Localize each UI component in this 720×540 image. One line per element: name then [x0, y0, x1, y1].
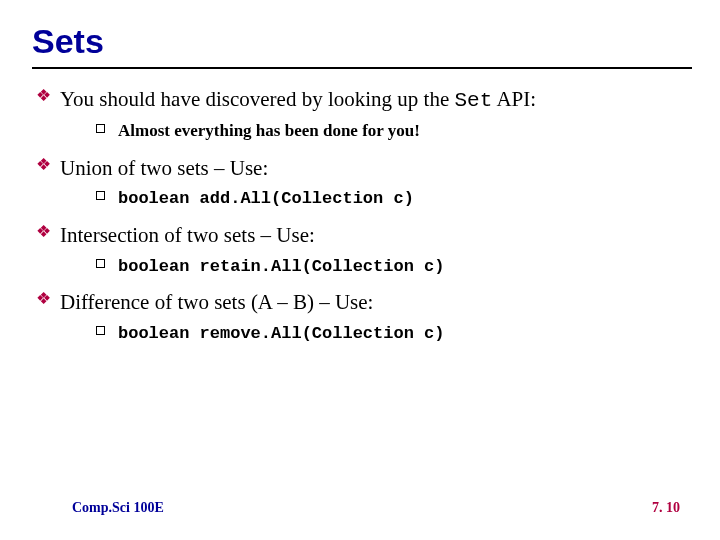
footer-left: Comp.Sci 100E: [72, 500, 164, 516]
sub-text-code: boolean add.All(Collection c): [118, 189, 414, 208]
sub-item: boolean remove.All(Collection c): [96, 321, 688, 346]
slide: Sets You should have discovered by looki…: [0, 0, 720, 540]
sub-list: Almost everything has been done for you!: [60, 119, 688, 144]
bullet-text-pre: Union of two sets – Use:: [60, 156, 268, 180]
sub-text-code: boolean retain.All(Collection c): [118, 257, 444, 276]
bullet-item: Union of two sets – Use: boolean add.All…: [36, 154, 688, 211]
bullet-item: Difference of two sets (A – B) – Use: bo…: [36, 288, 688, 345]
sub-list: boolean retain.All(Collection c): [60, 254, 688, 279]
sub-item: boolean retain.All(Collection c): [96, 254, 688, 279]
sub-item: boolean add.All(Collection c): [96, 186, 688, 211]
title-rule: [32, 67, 692, 69]
bullet-text-code: Set: [455, 89, 493, 112]
bullet-list: You should have discovered by looking up…: [32, 85, 688, 346]
bullet-text-pre: Intersection of two sets – Use:: [60, 223, 315, 247]
bullet-text-pre: You should have discovered by looking up…: [60, 87, 455, 111]
bullet-item: Intersection of two sets – Use: boolean …: [36, 221, 688, 278]
sub-text-code: boolean remove.All(Collection c): [118, 324, 444, 343]
sub-list: boolean remove.All(Collection c): [60, 321, 688, 346]
sub-list: boolean add.All(Collection c): [60, 186, 688, 211]
footer: Comp.Sci 100E 7. 10: [72, 500, 680, 516]
bullet-text-post: API:: [492, 87, 536, 111]
sub-text-pre: Almost everything has been done for you!: [118, 121, 420, 140]
slide-title: Sets: [32, 22, 688, 61]
bullet-text-pre: Difference of two sets (A – B) – Use:: [60, 290, 373, 314]
bullet-item: You should have discovered by looking up…: [36, 85, 688, 144]
sub-item: Almost everything has been done for you!: [96, 119, 688, 144]
footer-right: 7. 10: [652, 500, 680, 516]
